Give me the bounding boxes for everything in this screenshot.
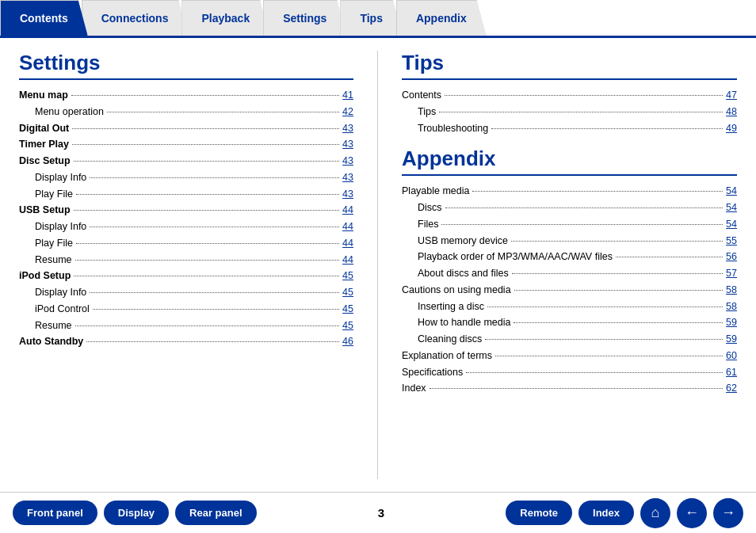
toc-label: Index — [402, 381, 426, 396]
toc-item[interactable]: Digital Out43 — [19, 121, 353, 136]
toc-item[interactable]: Discs54 — [402, 200, 737, 215]
toc-page[interactable]: 45 — [342, 285, 353, 300]
toc-page[interactable]: 44 — [342, 219, 353, 234]
toc-item[interactable]: USB memory device55 — [402, 234, 737, 249]
toc-page[interactable]: 41 — [342, 88, 353, 103]
toc-item[interactable]: iPod Control45 — [19, 302, 353, 317]
toc-page[interactable]: 49 — [726, 121, 737, 136]
toc-page[interactable]: 43 — [342, 154, 353, 169]
toc-item[interactable]: Tips48 — [402, 105, 737, 120]
toc-item[interactable]: Timer Play43 — [19, 137, 353, 152]
index-button[interactable]: Index — [578, 501, 634, 525]
toc-page[interactable]: 44 — [342, 236, 353, 251]
toc-page[interactable]: 47 — [726, 88, 737, 103]
toc-dots — [616, 257, 723, 257]
tab-settings[interactable]: Settings — [263, 0, 346, 36]
toc-dots — [430, 388, 723, 389]
toc-page[interactable]: 42 — [342, 105, 353, 120]
home-button[interactable]: ⌂ — [640, 498, 670, 528]
toc-item[interactable]: Cleaning discs59 — [402, 332, 737, 347]
toc-item[interactable]: Index62 — [402, 381, 737, 396]
toc-dots — [74, 276, 339, 276]
toc-page[interactable]: 43 — [342, 121, 353, 136]
toc-item[interactable]: Menu operation42 — [19, 105, 353, 120]
toc-item[interactable]: Playback order of MP3/WMA/AAC/WAV files5… — [402, 249, 737, 265]
back-button[interactable]: ← — [677, 498, 707, 528]
toc-item[interactable]: Contents47 — [402, 88, 737, 103]
toc-label: Disc Setup — [19, 154, 71, 169]
tab-connections[interactable]: Connections — [82, 0, 189, 36]
toc-item[interactable]: Disc Setup43 — [19, 154, 353, 169]
toc-page[interactable]: 46 — [342, 334, 353, 349]
toc-item[interactable]: Display Info43 — [19, 170, 353, 185]
toc-label: Play File — [35, 236, 73, 251]
display-button[interactable]: Display — [104, 501, 169, 525]
toc-dots — [76, 194, 339, 195]
toc-item[interactable]: Inserting a disc58 — [402, 299, 737, 314]
forward-button[interactable]: → — [713, 498, 743, 528]
toc-label: Resume — [35, 253, 72, 268]
tab-tips[interactable]: Tips — [340, 0, 403, 36]
toc-page[interactable]: 54 — [726, 184, 737, 199]
toc-page[interactable]: 54 — [726, 217, 737, 232]
toc-item[interactable]: Troubleshooting49 — [402, 121, 737, 136]
toc-label: Display Info — [35, 170, 86, 185]
toc-item[interactable]: Specifications61 — [402, 365, 737, 380]
toc-page[interactable]: 55 — [726, 234, 737, 249]
toc-page[interactable]: 60 — [726, 348, 737, 364]
toc-item[interactable]: Play File43 — [19, 187, 353, 202]
toc-page[interactable]: 45 — [342, 268, 353, 284]
toc-item[interactable]: How to handle media59 — [402, 315, 737, 330]
toc-item[interactable]: Resume44 — [19, 253, 353, 268]
toc-item[interactable]: Display Info44 — [19, 219, 353, 234]
toc-dots — [72, 128, 339, 129]
toc-item[interactable]: Playable media54 — [402, 184, 737, 199]
toc-label: Tips — [418, 105, 436, 120]
tab-contents[interactable]: Contents — [0, 0, 88, 36]
toc-page[interactable]: 45 — [342, 302, 353, 317]
toc-page[interactable]: 59 — [726, 315, 737, 330]
toc-dots — [74, 161, 340, 162]
toc-item[interactable]: Resume45 — [19, 318, 353, 333]
toc-item[interactable]: USB Setup44 — [19, 203, 353, 218]
toc-page[interactable]: 43 — [342, 137, 353, 152]
toc-page[interactable]: 54 — [726, 200, 737, 215]
toc-page[interactable]: 58 — [726, 299, 737, 314]
toc-label: Discs — [418, 200, 442, 215]
toc-page[interactable]: 48 — [726, 105, 737, 120]
toc-item[interactable]: Explanation of terms60 — [402, 348, 737, 364]
toc-page[interactable]: 57 — [726, 266, 737, 281]
tab-playback[interactable]: Playback — [181, 0, 269, 36]
toc-label: Cleaning discs — [418, 332, 482, 347]
toc-page[interactable]: 61 — [726, 365, 737, 380]
toc-page[interactable]: 59 — [726, 332, 737, 347]
toc-item[interactable]: Play File44 — [19, 236, 353, 251]
toc-page[interactable]: 43 — [342, 187, 353, 202]
tab-appendix[interactable]: Appendix — [396, 0, 487, 36]
toc-item[interactable]: iPod Setup45 — [19, 268, 353, 284]
toc-dots — [90, 292, 339, 293]
toc-label: Play File — [35, 187, 73, 202]
toc-page[interactable]: 44 — [342, 253, 353, 268]
toc-page[interactable]: 45 — [342, 318, 353, 333]
toc-item[interactable]: Display Info45 — [19, 285, 353, 300]
front-panel-button[interactable]: Front panel — [13, 501, 97, 525]
toc-page[interactable]: 56 — [726, 249, 737, 265]
toc-page[interactable]: 43 — [342, 170, 353, 185]
appendix-toc: Playable media54Discs54Files54USB memory… — [402, 184, 737, 396]
toc-page[interactable]: 62 — [726, 381, 737, 396]
toc-item[interactable]: Menu map41 — [19, 88, 353, 103]
toc-page[interactable]: 58 — [726, 283, 737, 298]
toc-page[interactable]: 44 — [342, 203, 353, 218]
toc-item[interactable]: Cautions on using media58 — [402, 283, 737, 298]
remote-button[interactable]: Remote — [506, 501, 572, 525]
toc-dots — [75, 260, 340, 261]
toc-item[interactable]: Files54 — [402, 217, 737, 232]
toc-label: Timer Play — [19, 137, 69, 152]
toc-item[interactable]: Auto Standby46 — [19, 334, 353, 349]
settings-title: Settings — [19, 51, 353, 80]
toc-item[interactable]: About discs and files57 — [402, 266, 737, 281]
toc-label: USB memory device — [418, 234, 508, 249]
toc-dots — [441, 224, 723, 225]
rear-panel-button[interactable]: Rear panel — [175, 501, 256, 525]
